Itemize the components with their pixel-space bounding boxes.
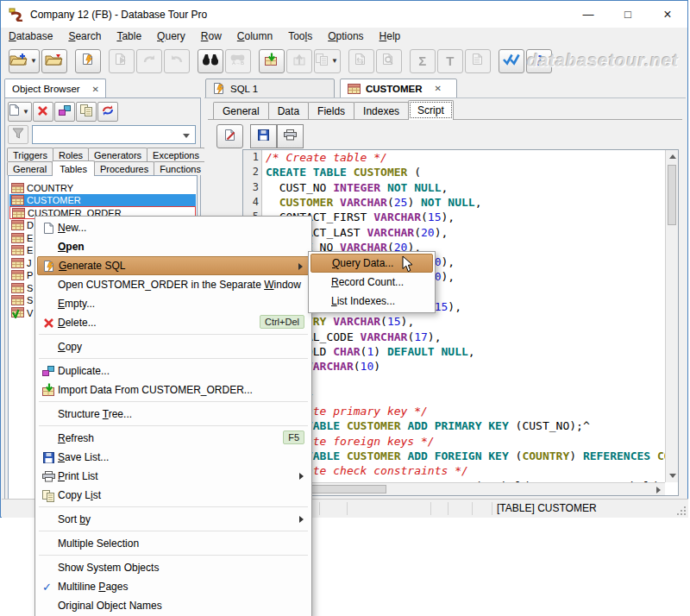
menubar-item-database[interactable]: Database xyxy=(1,28,60,44)
scroll-right-icon[interactable] xyxy=(652,483,665,496)
copy-pages2-button[interactable] xyxy=(76,102,97,122)
close-button[interactable]: × xyxy=(648,1,687,28)
table-list-item-customer[interactable]: CUSTOMER xyxy=(9,194,196,207)
menu-item-new[interactable]: New... xyxy=(37,218,310,237)
refresh-button[interactable] xyxy=(97,102,118,122)
table-list-item-country[interactable]: COUNTRY xyxy=(9,181,196,194)
menubar-item-search[interactable]: Search xyxy=(60,28,109,44)
table-name-label: S xyxy=(27,295,33,305)
menubar-item-options[interactable]: Options xyxy=(320,28,371,44)
object-tab-roles[interactable]: Roles xyxy=(53,148,89,161)
code-line: CUSTOMER VARCHAR(25) NOT NULL, xyxy=(266,196,482,211)
resize-grip[interactable] xyxy=(677,506,686,515)
menu-item-label: Empty... xyxy=(58,298,95,310)
printer-button[interactable] xyxy=(277,124,304,148)
menu-item-label: Generate SQL xyxy=(59,260,125,272)
toolbar-separator xyxy=(491,49,497,73)
doc-lightning-button[interactable] xyxy=(75,49,101,73)
menu-item-duplicate[interactable]: Duplicate... xyxy=(37,361,310,380)
generate-sql-submenu: Query Data...Record Count...List Indexes… xyxy=(308,251,436,313)
memo-button xyxy=(465,49,491,73)
import-table-button[interactable] xyxy=(259,49,285,73)
object-tab-triggers[interactable]: Triggers xyxy=(7,148,53,161)
memo-icon xyxy=(472,53,484,69)
menubar-item-tools[interactable]: Tools xyxy=(280,28,320,44)
dropdown-arrow-icon[interactable]: ▼ xyxy=(22,108,29,116)
minimize-button[interactable]: — xyxy=(568,1,608,28)
binoculars-button[interactable] xyxy=(198,49,223,73)
close-tab-icon[interactable]: ✕ xyxy=(435,84,442,93)
menubar-item-help[interactable]: Help xyxy=(372,28,409,44)
menu-item-list-indexes[interactable]: List Indexes... xyxy=(310,292,433,311)
object-browser-close-icon[interactable]: ✕ xyxy=(92,85,99,94)
double-check-icon xyxy=(502,53,521,69)
dropdown-arrow-icon[interactable]: ▼ xyxy=(30,57,37,65)
vertical-scroll-thumb[interactable] xyxy=(668,165,676,225)
menu-item-sort-by[interactable]: Sort by xyxy=(37,510,310,529)
status-object-label: [TABLE] CUSTOMER xyxy=(497,502,597,514)
menu-item-multiline-pages[interactable]: ✓Multiline Pages xyxy=(37,577,310,596)
red-x-button[interactable] xyxy=(33,102,53,122)
object-tab-generators[interactable]: Generators xyxy=(88,148,147,161)
vertical-scrollbar[interactable] xyxy=(665,150,678,482)
table-icon xyxy=(348,84,361,94)
line-number: 4 xyxy=(253,196,259,211)
subtab-data[interactable]: Data xyxy=(268,102,309,120)
menu-item-print-list[interactable]: Print List xyxy=(37,467,310,486)
object-browser-tab[interactable]: Object Browser ✕ xyxy=(4,79,106,98)
menu-item-record-count[interactable]: Record Count... xyxy=(310,273,433,292)
menu-item-save-list[interactable]: Save List... xyxy=(37,448,310,467)
sigma-button: Σ xyxy=(410,49,436,73)
screen: Company 12 (FB) - Database Tour Pro — □ … xyxy=(0,0,690,616)
menu-item-original-object-names[interactable]: Original Object Names xyxy=(37,596,310,615)
dropdown-arrow-icon[interactable]: ▼ xyxy=(331,57,338,65)
doc-new-button[interactable]: ▼ xyxy=(8,102,32,122)
menu-item-open-customer-order-in-the-separate-window[interactable]: Open CUSTOMER_ORDER in the Separate Wind… xyxy=(37,275,310,294)
menu-item-copy-list[interactable]: Copy List xyxy=(37,486,310,505)
menu-item-structure-tree[interactable]: Structure Tree... xyxy=(37,405,310,424)
subtab-indexes[interactable]: Indexes xyxy=(354,102,409,120)
code-area[interactable]: /* Create table */CREATE TABLE CUSTOMER … xyxy=(262,150,665,482)
menubar-item-query[interactable]: Query xyxy=(149,28,193,44)
maximize-button[interactable]: □ xyxy=(608,1,648,28)
menu-item-label: Show System Objects xyxy=(58,562,159,574)
double-check-button[interactable] xyxy=(499,49,524,73)
menu-item-refresh[interactable]: RefreshF5 xyxy=(37,429,310,448)
copy-pages2-icon xyxy=(41,489,56,502)
menu-item-copy[interactable]: Copy xyxy=(37,337,310,356)
menubar-item-table[interactable]: Table xyxy=(109,28,149,44)
doc-tab-sql-1[interactable]: SQL 1 xyxy=(205,79,335,98)
menu-item-query-data[interactable]: Query Data... xyxy=(310,254,433,273)
scroll-up-icon[interactable] xyxy=(666,150,679,163)
menu-item-label: Structure Tree... xyxy=(58,408,132,420)
doc-pencil-button[interactable] xyxy=(216,124,243,148)
menu-item-generate-sql[interactable]: Generate SQL xyxy=(37,256,310,275)
table-name-label: CUSTOMER xyxy=(27,195,81,205)
object-tab-general[interactable]: General xyxy=(7,161,53,175)
subtab-general[interactable]: General xyxy=(213,102,269,120)
object-browser-toolbar: ▼ xyxy=(8,102,119,122)
doc-tab-customer[interactable]: CUSTOMER✕ xyxy=(340,79,457,98)
menu-item-show-system-objects[interactable]: Show System Objects xyxy=(37,558,310,577)
cubes-button[interactable] xyxy=(54,102,75,122)
folder-open-button[interactable] xyxy=(41,49,67,73)
object-tab-procedures[interactable]: Procedures xyxy=(94,161,154,175)
scroll-down-icon[interactable] xyxy=(666,469,679,482)
menu-item-import-data-from-customer-order[interactable]: Import Data From CUSTOMER_ORDER... xyxy=(37,380,310,399)
filter-button[interactable] xyxy=(8,125,28,144)
menu-item-open[interactable]: Open xyxy=(37,237,310,256)
binoculars-icon xyxy=(202,53,219,69)
menu-item-empty[interactable]: Empty... xyxy=(37,294,310,313)
menu-item-delete[interactable]: Delete...Ctrl+Del xyxy=(37,313,310,332)
object-tab-functions[interactable]: Functions xyxy=(154,161,207,175)
floppy-button[interactable] xyxy=(250,124,277,148)
menubar-item-row[interactable]: Row xyxy=(193,28,229,44)
object-tab-exceptions[interactable]: Exceptions xyxy=(147,148,205,161)
subtab-script[interactable]: Script xyxy=(408,100,454,120)
subtab-fields[interactable]: Fields xyxy=(308,102,354,120)
folder-new-button[interactable]: ▼ xyxy=(9,49,40,73)
object-tab-tables[interactable]: Tables xyxy=(52,160,95,176)
menubar-item-column[interactable]: Column xyxy=(229,28,280,44)
object-filter-combobox[interactable] xyxy=(32,125,196,144)
menu-item-multiple-selection[interactable]: Multiple Selection xyxy=(37,534,310,553)
